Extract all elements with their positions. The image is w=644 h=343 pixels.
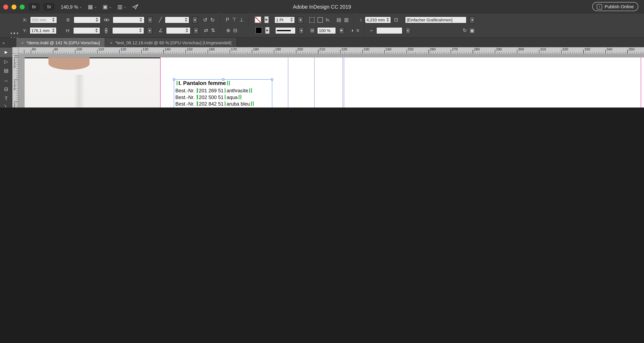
view-options-button[interactable]: ▦⌄ [88, 4, 97, 10]
ruler-number: 180 [252, 47, 274, 51]
corner-options-dropdown[interactable]: ▼ [405, 27, 410, 34]
guide-pink[interactable] [160, 58, 161, 108]
solid-frame-icon[interactable] [318, 17, 323, 22]
window-close-button[interactable] [3, 4, 8, 9]
guide-violet[interactable] [344, 58, 344, 108]
rotation-dropdown[interactable]: ▼ [193, 27, 198, 34]
stroke-weight-field[interactable]: 1 Pt [274, 16, 295, 23]
height-field[interactable] [73, 27, 100, 34]
spacing-icon: ↕ [360, 18, 362, 22]
select-container-button[interactable]: P [226, 17, 229, 22]
share-button[interactable] [132, 4, 138, 10]
gap-tool[interactable]: ↔ [0, 75, 12, 84]
product-photo[interactable] [24, 58, 160, 108]
page[interactable]: I. Pantalon femme Best.-Nr.201 269 51ant… [24, 58, 644, 108]
spacing-field[interactable]: 4,233 mm [365, 16, 391, 23]
rotate-ccw-icon[interactable]: ↺ [203, 17, 208, 22]
ruler-number: 100 [75, 47, 97, 51]
text-wrap-off-icon[interactable]: ▤ [336, 17, 341, 22]
divider [249, 11, 249, 28]
zoom-level-select[interactable]: 140,9 % [61, 4, 78, 9]
ruler-number: 120 [119, 47, 141, 51]
corner-options-field[interactable] [376, 27, 402, 34]
line-tool[interactable]: ╲ [0, 103, 12, 108]
type-tool[interactable]: T [0, 94, 12, 103]
stock-button[interactable]: St [44, 3, 54, 11]
dashed-frame-icon[interactable] [310, 17, 315, 22]
fill-color-swatch[interactable] [256, 27, 262, 34]
content-collector-tool[interactable]: ⊟ [0, 84, 12, 94]
window-minimize-button[interactable] [12, 4, 16, 9]
stroke-type-select[interactable] [275, 27, 296, 34]
ruler-number: 130 [13, 58, 16, 80]
scale-x-dropdown[interactable]: ▼ [147, 16, 153, 23]
export-icon[interactable]: ▣ [470, 28, 474, 33]
screen-mode-button[interactable]: ▣⌄ [103, 4, 112, 10]
anchor-object-icon[interactable]: ⊕ [226, 28, 230, 33]
blend-options-icon[interactable]: ≡ [356, 28, 359, 33]
frame-fitting-icon[interactable]: ⊡ [394, 17, 398, 22]
direct-selection-tool[interactable]: ▷ [0, 57, 12, 66]
effects-button[interactable]: fx. [326, 18, 330, 22]
publish-online-button[interactable]: ↑ Publish Online [592, 2, 638, 11]
document-canvas[interactable]: I. Pantalon femme Best.-Nr.201 269 51ant… [18, 54, 644, 108]
close-tab-icon[interactable]: × [110, 40, 112, 45]
upload-icon: ↑ [597, 4, 602, 9]
window-zoom-button[interactable] [20, 4, 24, 9]
document-tab-test[interactable]: × *test_06.12.18.indd @ 60 % [GPU-Vorsch… [105, 38, 237, 48]
shear-dropdown[interactable]: ▼ [192, 16, 198, 23]
stroke-color-swatch[interactable] [255, 16, 261, 23]
guide-violet[interactable] [314, 58, 314, 108]
vertical-ruler[interactable]: 130140150160170180190200210220230240250 [12, 54, 18, 108]
document-tab-demo[interactable]: × *demo.indd @ 141 % [GPU-Vorschau] [16, 38, 105, 48]
list-title[interactable]: I. Pantalon femme [176, 80, 231, 86]
constrain-scale-icon[interactable] [103, 27, 109, 34]
product-line[interactable]: Best.-Nr.202 065 51bleu azur [176, 107, 276, 108]
scale-x-field[interactable] [112, 16, 144, 23]
stroke-color-flyout[interactable]: ▶ [264, 16, 269, 23]
object-style-dropdown[interactable]: ▼ [470, 16, 475, 23]
rotate-cw-icon[interactable]: ↻ [210, 17, 215, 22]
bridge-button[interactable]: Br [29, 3, 40, 11]
y-position-field[interactable]: 176,1 mm [30, 27, 57, 34]
align-bottom-icon[interactable]: ⊥ [239, 17, 244, 22]
control-panel: X: 250 mm B: ▼ ╱ ▼ ↺ ↻ P ⊤ ⊥ ▶ 1 Pt ▼ fx… [0, 14, 644, 38]
object-style-select[interactable]: [Einfacher Grafikrahmen] [405, 16, 467, 23]
guide-violet[interactable] [342, 58, 343, 108]
scale-y-field[interactable] [112, 27, 144, 34]
opacity-field[interactable]: 100 % [317, 27, 336, 34]
chevron-down-icon: ⌄ [94, 5, 97, 9]
opacity-dropdown[interactable]: ▶ [339, 27, 344, 34]
product-line[interactable]: Best.-Nr.201 269 51anthracite [176, 88, 276, 94]
relink-icon[interactable]: ↻ [463, 28, 467, 33]
x-position-field[interactable]: 250 mm [30, 16, 57, 23]
stroke-type-dropdown[interactable]: ▼ [299, 27, 304, 34]
rotation-field[interactable] [166, 27, 190, 34]
transparency-icon[interactable]: ◑ [350, 28, 354, 33]
text-wrap-icon[interactable]: ▥ [344, 17, 349, 22]
control-row-2: Y: 176,1 mm H: ▼ ∠ ▼ ⇄ ⇅ ⊕ ⊟ ⊥ ▶ ▼ ⊞ 100… [23, 27, 474, 34]
control-row-1: X: 250 mm B: ▼ ╱ ▼ ↺ ↻ P ⊤ ⊥ ▶ 1 Pt ▼ fx… [23, 16, 475, 23]
flip-horizontal-icon[interactable]: ⇄ [204, 28, 208, 33]
align-top-icon[interactable]: ⊤ [232, 17, 236, 22]
ruler-corner[interactable] [12, 47, 18, 54]
shear-field[interactable] [165, 16, 189, 23]
page-tool[interactable]: ▤ [0, 66, 12, 75]
scale-y-dropdown[interactable]: ▼ [147, 27, 152, 34]
stroke-weight-dropdown[interactable]: ▼ [298, 16, 303, 23]
product-line[interactable]: Best.-Nr.202 842 51aruba bleu [176, 100, 276, 107]
anchor-options-icon[interactable]: ⊟ [233, 28, 238, 33]
close-tab-icon[interactable]: × [22, 40, 24, 45]
product-line[interactable]: Best.-Nr.202 500 51aqua [176, 94, 276, 100]
ruler-number: 190 [274, 47, 296, 51]
selection-tool[interactable]: ► [0, 48, 12, 57]
guide-violet[interactable] [288, 58, 288, 108]
horizontal-ruler[interactable]: 8090100110120130140150160170180190200210… [18, 47, 644, 54]
arrange-documents-button[interactable]: ▥⌄ [118, 4, 126, 10]
panel-expand-icon[interactable]: » [2, 40, 5, 45]
constrain-dimensions-icon[interactable] [104, 16, 110, 23]
guide-pink[interactable] [641, 58, 641, 108]
fill-color-flyout[interactable]: ▶ [265, 27, 270, 34]
width-field[interactable] [74, 16, 100, 23]
flip-vertical-icon[interactable]: ⇅ [211, 28, 215, 33]
